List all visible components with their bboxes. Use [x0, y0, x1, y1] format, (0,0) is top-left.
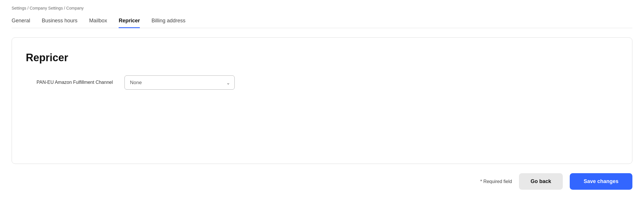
tab-billing-address[interactable]: Billing address: [151, 18, 185, 28]
tab-repricer[interactable]: Repricer: [119, 18, 140, 28]
field-label: PAN-EU Amazon Fulfillment Channel: [26, 79, 113, 86]
page-wrapper: Settings / Company Settings / Company Ge…: [0, 0, 644, 199]
tab-business-hours[interactable]: Business hours: [42, 18, 77, 28]
tab-general[interactable]: General: [12, 18, 30, 28]
card-title: Repricer: [26, 52, 618, 64]
tabs-nav: General Business hours Mailbox Repricer …: [12, 17, 632, 28]
footer-bar: * Required field Go back Save changes: [12, 164, 632, 199]
save-changes-button[interactable]: Save changes: [570, 173, 632, 190]
fulfillment-channel-select[interactable]: None: [124, 75, 235, 90]
select-wrapper: None ⌄: [124, 75, 235, 90]
content-card: Repricer PAN-EU Amazon Fulfillment Chann…: [12, 37, 632, 164]
tab-mailbox[interactable]: Mailbox: [89, 18, 107, 28]
form-row: PAN-EU Amazon Fulfillment Channel None ⌄: [26, 75, 618, 90]
required-field-label: * Required field: [480, 179, 512, 184]
go-back-button[interactable]: Go back: [519, 173, 563, 190]
breadcrumb-text: Settings / Company Settings / Company: [12, 6, 84, 10]
breadcrumb: Settings / Company Settings / Company: [12, 6, 632, 10]
